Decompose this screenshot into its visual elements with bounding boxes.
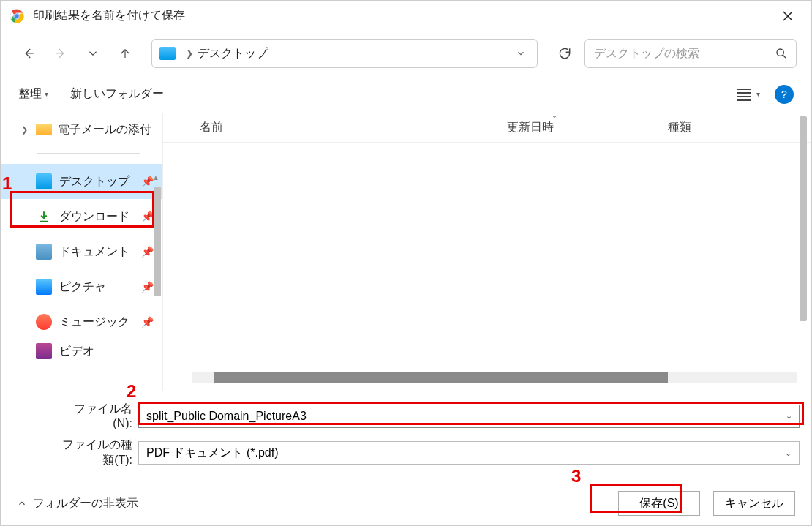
download-icon bbox=[36, 208, 52, 225]
chevron-down-icon: ▾ bbox=[45, 90, 48, 98]
sidebar-item-documents[interactable]: ドキュメント 📌 bbox=[1, 234, 162, 269]
refresh-button[interactable] bbox=[551, 40, 579, 67]
tree-item-email-attachments[interactable]: ❯ 電子メールの添付 bbox=[1, 116, 162, 143]
search-icon bbox=[775, 48, 787, 59]
pin-icon[interactable]: 📌 bbox=[141, 211, 154, 222]
address-dropdown[interactable] bbox=[512, 45, 530, 62]
search-input[interactable]: デスクトップの検索 bbox=[584, 39, 797, 68]
column-date[interactable]: ⌄ 更新日時 bbox=[507, 120, 668, 135]
navbar: ❯ デスクトップ デスクトップの検索 bbox=[1, 31, 811, 75]
new-folder-label: 新しいフォルダー bbox=[70, 86, 164, 102]
filetype-label: ファイルの種類(T): bbox=[59, 437, 138, 468]
sidebar-item-label: ピクチャ bbox=[59, 279, 106, 295]
save-fields: ファイル名(N): ⌄ ファイルの種類(T): PDF ドキュメント (*.pd… bbox=[1, 391, 811, 486]
pin-icon[interactable]: 📌 bbox=[141, 281, 154, 293]
main-area: ❯ 電子メールの添付 デスクトップ 📌 ダウンロード 📌 ドキュメント 📌 ピク… bbox=[1, 113, 811, 391]
column-headers: 名前 ⌄ 更新日時 種類 bbox=[163, 113, 811, 143]
save-button[interactable]: 保存(S) bbox=[618, 491, 700, 516]
filetype-select[interactable]: PDF ドキュメント (*.pdf) ⌄ bbox=[138, 441, 800, 465]
pin-icon[interactable]: 📌 bbox=[141, 246, 154, 258]
sidebar-item-videos[interactable]: ビデオ bbox=[1, 339, 162, 363]
vertical-scrollbar[interactable] bbox=[800, 116, 807, 321]
organize-menu[interactable]: 整理 ▾ bbox=[18, 86, 48, 102]
file-list: 名前 ⌄ 更新日時 種類 bbox=[162, 113, 811, 391]
chevron-up-icon bbox=[17, 498, 27, 508]
close-icon bbox=[782, 10, 794, 22]
sidebar-item-label: ダウンロード bbox=[59, 209, 129, 225]
recent-button[interactable] bbox=[80, 40, 106, 67]
divider bbox=[37, 153, 140, 154]
sidebar-item-label: デスクトップ bbox=[59, 174, 129, 189]
sidebar-item-pictures[interactable]: ピクチャ 📌 bbox=[1, 269, 162, 304]
chevron-down-icon: ⌄ bbox=[785, 448, 792, 458]
pin-icon[interactable]: 📌 bbox=[141, 316, 154, 328]
help-button[interactable]: ? bbox=[775, 85, 794, 104]
arrow-right-icon bbox=[54, 47, 67, 60]
scrollbar-thumb[interactable] bbox=[214, 372, 668, 383]
sort-indicator-icon: ⌄ bbox=[551, 110, 558, 120]
address-bar[interactable]: ❯ デスクトップ bbox=[151, 39, 538, 68]
expand-icon[interactable]: ❯ bbox=[21, 125, 30, 135]
view-menu[interactable]: ▾ bbox=[736, 88, 760, 101]
footer: フォルダーの非表示 保存(S) キャンセル bbox=[1, 481, 811, 525]
arrow-up-icon bbox=[119, 47, 132, 60]
sidebar-item-label: ドキュメント bbox=[59, 244, 129, 260]
forward-button[interactable] bbox=[48, 40, 74, 67]
scroll-up-icon[interactable]: ▲ bbox=[151, 173, 161, 181]
tree-item-label: 電子メールの添付 bbox=[58, 122, 151, 138]
search-placeholder: デスクトップの検索 bbox=[594, 46, 775, 61]
arrow-left-icon bbox=[22, 47, 35, 60]
close-button[interactable] bbox=[773, 1, 802, 31]
sidebar-item-music[interactable]: ミュージック 📌 bbox=[1, 304, 162, 339]
sidebar-item-label: ビデオ bbox=[59, 344, 94, 359]
organize-label: 整理 bbox=[18, 86, 42, 102]
filename-label: ファイル名(N): bbox=[59, 402, 138, 430]
sidebar-scrollbar[interactable] bbox=[154, 187, 161, 296]
chevron-down-icon: ▾ bbox=[756, 90, 760, 98]
desktop-icon bbox=[36, 173, 52, 189]
folder-icon bbox=[36, 124, 52, 135]
sidebar-item-desktop[interactable]: デスクトップ 📌 bbox=[1, 164, 162, 199]
cancel-button[interactable]: キャンセル bbox=[713, 491, 795, 516]
help-icon: ? bbox=[781, 89, 787, 100]
breadcrumb-location: デスクトップ bbox=[198, 46, 512, 61]
toolbar: 整理 ▾ 新しいフォルダー ▾ ? bbox=[1, 75, 811, 113]
chevron-down-icon[interactable]: ⌄ bbox=[786, 411, 792, 421]
svg-point-4 bbox=[777, 49, 783, 56]
chevron-down-icon bbox=[86, 47, 99, 60]
sidebar-item-downloads[interactable]: ダウンロード 📌 bbox=[1, 199, 162, 234]
video-icon bbox=[36, 343, 52, 359]
sidebar-item-label: ミュージック bbox=[59, 315, 129, 330]
back-button[interactable] bbox=[15, 40, 42, 67]
list-view-icon bbox=[736, 88, 752, 101]
pictures-icon bbox=[36, 279, 52, 295]
sidebar: ❯ 電子メールの添付 デスクトップ 📌 ダウンロード 📌 ドキュメント 📌 ピク… bbox=[1, 113, 162, 391]
up-button[interactable] bbox=[112, 40, 138, 67]
chevron-down-icon bbox=[516, 48, 526, 59]
hide-folders-toggle[interactable]: フォルダーの非表示 bbox=[17, 496, 138, 511]
desktop-icon bbox=[159, 47, 176, 60]
window-title: 印刷結果を名前を付けて保存 bbox=[33, 8, 773, 23]
chrome-logo-icon bbox=[10, 9, 24, 23]
music-icon bbox=[36, 314, 52, 330]
refresh-icon bbox=[557, 46, 572, 61]
titlebar: 印刷結果を名前を付けて保存 bbox=[1, 1, 811, 31]
hide-folders-label: フォルダーの非表示 bbox=[33, 496, 138, 511]
breadcrumb-separator-icon: ❯ bbox=[186, 48, 193, 59]
horizontal-scrollbar[interactable] bbox=[192, 372, 797, 383]
column-type[interactable]: 種類 bbox=[668, 120, 811, 135]
documents-icon bbox=[36, 244, 52, 260]
filetype-value: PDF ドキュメント (*.pdf) bbox=[146, 446, 785, 461]
new-folder-button[interactable]: 新しいフォルダー bbox=[70, 86, 164, 102]
filename-input[interactable] bbox=[138, 405, 800, 428]
column-name[interactable]: 名前 bbox=[200, 120, 507, 135]
